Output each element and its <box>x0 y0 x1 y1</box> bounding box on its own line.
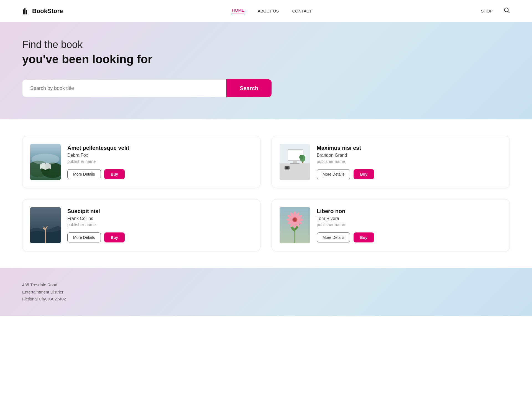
book-actions-1: More Details Buy <box>67 169 252 179</box>
book-cover-3 <box>30 207 61 243</box>
logo[interactable]: BookStore <box>22 7 63 15</box>
book-card-4: Libero non Tom Rivera publisher name Mor… <box>272 199 510 251</box>
buy-button-4[interactable]: Buy <box>354 232 374 242</box>
book-publisher-1: publisher name <box>67 159 252 164</box>
navbar-right: SHOP <box>481 7 510 15</box>
svg-rect-2 <box>26 10 27 14</box>
book-card-2: Maximus nisi est Brandon Grand publisher… <box>272 136 510 188</box>
book-info-1: Amet pellentesque velit Debra Fox publis… <box>67 145 252 179</box>
book-author-4: Tom Rivera <box>317 216 502 221</box>
hero-title: you've been looking for <box>22 53 510 66</box>
book-card-3: Suscipit nisl Frank Collins publisher na… <box>22 199 260 251</box>
buy-button-1[interactable]: Buy <box>104 169 125 179</box>
book-author-1: Debra Fox <box>67 153 252 158</box>
book-author-3: Frank Collins <box>67 216 252 221</box>
svg-rect-12 <box>293 161 297 163</box>
book-actions-2: More Details Buy <box>317 169 502 179</box>
book-title-1: Amet pellentesque velit <box>67 145 252 151</box>
search-input[interactable] <box>22 79 226 97</box>
svg-point-8 <box>32 154 59 165</box>
books-section: Amet pellentesque velit Debra Fox publis… <box>0 119 532 268</box>
address-line-2: Entertaintment District <box>22 288 510 296</box>
book-info-4: Libero non Tom Rivera publisher name Mor… <box>317 208 502 242</box>
svg-point-18 <box>286 167 288 169</box>
svg-point-16 <box>299 155 303 160</box>
address-line-3: Fictional City, XA 27402 <box>22 295 510 303</box>
books-grid: Amet pellentesque velit Debra Fox publis… <box>22 136 510 251</box>
svg-point-39 <box>293 218 296 221</box>
more-details-button-4[interactable]: More Details <box>317 232 350 242</box>
book-info-2: Maximus nisi est Brandon Grand publisher… <box>317 145 502 179</box>
book-actions-4: More Details Buy <box>317 232 502 242</box>
nav-links: HOME ABOUT US CONTACT <box>232 8 312 14</box>
address-line-1: 435 Tresdale Road <box>22 281 510 288</box>
more-details-button-1[interactable]: More Details <box>67 169 101 179</box>
more-details-button-3[interactable]: More Details <box>67 232 101 242</box>
book-title-4: Libero non <box>317 208 502 214</box>
nav-about[interactable]: ABOUT US <box>258 9 279 13</box>
logo-icon <box>22 7 30 15</box>
hero-subtitle: Find the book <box>22 39 510 50</box>
book-cover-2 <box>280 144 310 180</box>
book-publisher-4: publisher name <box>317 222 502 227</box>
svg-rect-13 <box>290 163 300 164</box>
book-info-3: Suscipit nisl Frank Collins publisher na… <box>67 208 252 242</box>
search-icon-button[interactable] <box>504 7 510 15</box>
nav-contact[interactable]: CONTACT <box>292 9 312 13</box>
book-title-2: Maximus nisi est <box>317 145 502 151</box>
buy-button-3[interactable]: Buy <box>104 232 125 242</box>
svg-line-4 <box>508 11 510 13</box>
book-card-1: Amet pellentesque velit Debra Fox publis… <box>22 136 260 188</box>
navbar: BookStore HOME ABOUT US CONTACT SHOP <box>0 0 532 22</box>
footer: 435 Tresdale Road Entertaintment Distric… <box>0 268 532 316</box>
footer-address: 435 Tresdale Road Entertaintment Distric… <box>22 281 510 303</box>
book-actions-3: More Details Buy <box>67 232 252 242</box>
book-cover-1 <box>30 144 61 180</box>
book-publisher-3: publisher name <box>67 222 252 227</box>
nav-home[interactable]: HOME <box>232 8 244 14</box>
book-cover-4 <box>280 207 310 243</box>
svg-rect-0 <box>23 9 24 14</box>
search-button[interactable]: Search <box>226 79 272 97</box>
more-details-button-2[interactable]: More Details <box>317 169 350 179</box>
book-title-3: Suscipit nisl <box>67 208 252 214</box>
buy-button-2[interactable]: Buy <box>354 169 374 179</box>
svg-rect-1 <box>24 8 25 14</box>
book-publisher-2: publisher name <box>317 159 502 164</box>
search-bar: Search <box>22 79 272 97</box>
hero-section: Find the book you've been looking for Se… <box>0 22 532 119</box>
book-author-2: Brandon Grand <box>317 153 502 158</box>
svg-rect-10 <box>280 163 310 180</box>
logo-text: BookStore <box>32 7 63 15</box>
nav-shop[interactable]: SHOP <box>481 9 493 13</box>
